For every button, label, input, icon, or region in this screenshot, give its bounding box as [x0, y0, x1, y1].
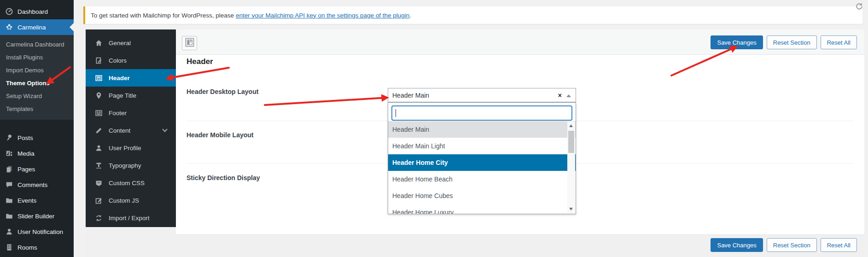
reset-section-button[interactable]: Reset Section — [767, 238, 817, 252]
section-title: Header — [186, 57, 213, 66]
chevron-down-icon — [162, 127, 167, 132]
header-layout-icon — [94, 74, 103, 82]
field-label-sticky-direction-display: Sticky Direction Display — [186, 174, 260, 181]
sidebar-item-label: Dashboard — [17, 8, 48, 15]
options-tab-label: Header — [109, 75, 130, 82]
user-icon — [94, 144, 103, 152]
options-tab-custom-js[interactable]: Custom JS — [86, 192, 176, 209]
css-badge-icon: css — [94, 179, 103, 187]
option-header-main[interactable]: Header Main — [388, 121, 576, 138]
options-tab-label: Typography — [109, 162, 141, 169]
options-tab-typography[interactable]: Typography — [86, 157, 176, 174]
sidebar-item-rooms[interactable]: Rooms — [0, 239, 74, 255]
svg-text:css: css — [97, 181, 101, 184]
select-current-value: Header Main — [388, 92, 429, 99]
wordpress-admin-screen: Dashboard Carmelina Carmelina Dashboard … — [0, 0, 868, 257]
option-header-home-beach[interactable]: Header Home Beach — [388, 171, 576, 187]
sidebar-item-carmelina[interactable]: Carmelina — [0, 19, 74, 35]
footer-layout-icon — [94, 109, 103, 117]
sidebar-item-label: Carmelina — [17, 24, 46, 31]
options-tab-general[interactable]: General — [86, 34, 176, 52]
toggle-layout-button[interactable] — [182, 36, 197, 50]
options-tab-label: User Profile — [109, 145, 141, 152]
options-toolbar: Save Changes Reset Section Reset All — [176, 29, 864, 55]
options-tab-footer[interactable]: Footer — [86, 104, 176, 122]
options-tab-label: Import / Export — [109, 215, 150, 222]
option-header-main-light[interactable]: Header Main Light — [388, 138, 576, 154]
submenu-item-import-demos[interactable]: Import Demos — [0, 64, 74, 77]
panel-footer: Save Changes Reset Section Reset All — [176, 234, 864, 257]
admin-menu: Posts Media Pages Comments — [0, 130, 74, 255]
select-dropdown-panel: Header Main Header Main Light Header Hom… — [388, 102, 576, 214]
sidebar-item-user-notification[interactable]: User Notification — [0, 224, 74, 239]
media-icon — [5, 149, 13, 158]
reset-all-button[interactable]: Reset All — [821, 238, 857, 252]
pushpin-icon — [5, 134, 13, 142]
options-tab-label: General — [109, 40, 131, 47]
submenu-item-theme-options[interactable]: Theme Options — [0, 77, 74, 90]
text-cursor — [396, 109, 396, 117]
sidebar-item-pages[interactable]: Pages — [0, 161, 74, 177]
sidebar-item-label: Media — [17, 150, 35, 157]
clear-selection-icon[interactable]: × — [558, 91, 562, 99]
submenu-item-templates[interactable]: Templates — [0, 103, 74, 116]
scroll-down-icon[interactable] — [569, 208, 573, 210]
options-tab-content[interactable]: Content — [86, 122, 176, 139]
sidebar-item-posts[interactable]: Posts — [0, 130, 74, 146]
options-tab-page-title[interactable]: Page Title — [86, 87, 176, 104]
sidebar-item-events[interactable]: Events — [0, 193, 74, 208]
comment-icon — [5, 181, 13, 189]
carmelina-logo-icon — [5, 23, 13, 31]
field-label-header-mobile-layout: Header Mobile Layout — [186, 131, 253, 139]
sidebar-item-comments[interactable]: Comments — [0, 177, 74, 193]
edit-square-icon — [94, 197, 103, 204]
home-icon — [94, 39, 103, 47]
options-tab-import-export[interactable]: Import / Export — [86, 209, 176, 227]
options-tab-colors[interactable]: Colors — [86, 52, 176, 69]
options-tab-header[interactable]: Header — [86, 69, 176, 87]
sidebar-item-slider-builder[interactable]: Slider Builder — [0, 208, 74, 224]
select-search-input[interactable] — [391, 105, 572, 121]
dropdown-scrollbar[interactable] — [567, 122, 575, 213]
field-label-header-desktop-layout: Header Desktop Layout — [186, 88, 258, 95]
options-tab-user-profile[interactable]: User Profile — [86, 139, 176, 157]
sidebar-item-dashboard[interactable]: Dashboard — [0, 4, 74, 19]
sync-icon — [94, 214, 103, 222]
scroll-up-icon[interactable] — [569, 124, 573, 127]
notice-text: To get started with Mailchimp for WordPr… — [91, 12, 234, 19]
building-icon — [5, 243, 13, 251]
options-tab-label: Colors — [109, 57, 127, 64]
refresh-icon[interactable] — [855, 2, 863, 12]
reset-section-button[interactable]: Reset Section — [767, 35, 817, 49]
layout-icon — [185, 38, 194, 49]
header-desktop-layout-select[interactable]: Header Main × — [388, 88, 576, 102]
submenu-item-carmelina-dashboard[interactable]: Carmelina Dashboard — [0, 38, 74, 51]
sidebar-item-label: Slider Builder — [17, 213, 54, 220]
option-header-home-cubes[interactable]: Header Home Cubes — [388, 187, 576, 204]
options-tab-custom-css[interactable]: css Custom CSS — [86, 174, 176, 192]
toolbar-buttons-top: Save Changes Reset Section Reset All — [711, 35, 857, 49]
submenu-item-install-plugins[interactable]: Install Plugins — [0, 51, 74, 64]
options-tab-label: Custom CSS — [109, 180, 145, 187]
carmelina-submenu: Carmelina Dashboard Install Plugins Impo… — [0, 35, 74, 120]
select-options-list: Header Main Header Main Light Header Hom… — [388, 121, 576, 214]
option-header-home-luxury[interactable]: Header Home Luxury — [388, 204, 576, 214]
pencil-icon — [94, 127, 103, 134]
options-tab-label: Footer — [109, 110, 127, 117]
scrollbar-thumb[interactable] — [568, 131, 574, 153]
submenu-item-setup-wizard[interactable]: Setup Wizard — [0, 90, 74, 103]
mailchimp-settings-link[interactable]: enter your Mailchimp API key on the sett… — [236, 12, 409, 19]
options-tab-label: Content — [109, 127, 130, 134]
user-icon — [5, 228, 13, 236]
notice-suffix: . — [409, 12, 411, 19]
sidebar-item-label: Pages — [17, 166, 35, 173]
sidebar-item-media[interactable]: Media — [0, 146, 74, 161]
option-header-home-city[interactable]: Header Home City — [388, 154, 576, 171]
edit-doc-icon — [94, 57, 103, 64]
options-tab-label: Page Title — [109, 92, 136, 99]
reset-all-button[interactable]: Reset All — [821, 35, 857, 49]
caret-up-icon[interactable] — [566, 94, 571, 97]
options-tab-label: Custom JS — [109, 197, 139, 204]
save-changes-button[interactable]: Save Changes — [711, 35, 763, 49]
save-changes-button[interactable]: Save Changes — [711, 238, 763, 252]
